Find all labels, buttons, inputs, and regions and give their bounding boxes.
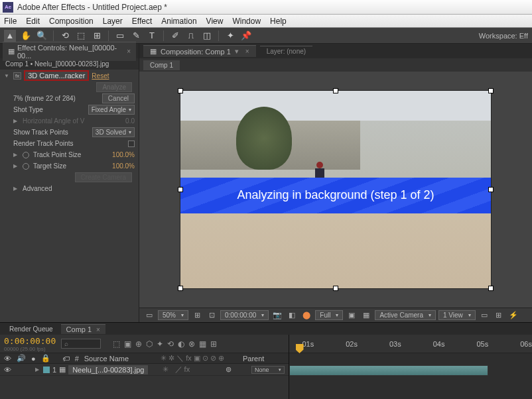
disclosure-icon[interactable]: ▶ [13,186,17,192]
puppet-tool-icon[interactable]: 📌 [240,30,252,42]
timeline-search-input[interactable] [61,339,101,349]
tl-icon[interactable]: ◐ [178,339,184,349]
footage-frame[interactable]: Analyzing in background (step 1 of 2) [180,90,492,289]
composition-viewer[interactable]: Analyzing in background (step 1 of 2) [139,72,532,308]
tl-icon[interactable]: ⬚ [113,339,120,349]
menu-help[interactable]: Help [270,17,287,26]
effect-name[interactable]: 3D Came...racker [24,70,89,81]
tl-icon[interactable]: ⊕ [135,339,142,349]
transform-handle[interactable] [488,187,494,192]
stopwatch-icon[interactable] [23,163,29,170]
tl-icon[interactable]: ✦ [157,339,163,349]
audio-column-icon[interactable]: 🔊 [17,354,26,363]
color-icon[interactable]: ⬤ [300,310,312,321]
zoom-tool-icon[interactable]: 🔍 [36,30,48,42]
selection-tool-icon[interactable]: ▲ [4,30,16,42]
render-track-points-checkbox[interactable] [128,141,135,147]
menu-composition[interactable]: Composition [49,17,94,26]
eraser-tool-icon[interactable]: ◫ [201,30,213,42]
close-tab-icon[interactable]: × [96,326,100,333]
transform-handle[interactable] [178,187,183,192]
channel-icon[interactable]: ◧ [286,310,298,321]
reset-link[interactable]: Reset [92,72,109,80]
parent-pickwhip-icon[interactable]: ⊚ [226,365,232,374]
transform-handle[interactable] [333,286,338,291]
menu-window[interactable]: Window [232,17,261,26]
layer-row[interactable]: 👁 ▶ 1 ▦ Neelu_[...0-00283].jpg ✳ ／ fx ⊚ … [0,364,289,376]
tl-icon[interactable]: ⊗ [188,339,195,349]
shot-type-dropdown[interactable]: Fixed Angle [88,105,135,115]
source-name-column[interactable]: Source Name [84,355,129,363]
time-ruler[interactable]: 01s 02s 03s 04s 05s 06s [289,335,533,353]
snapshot-icon[interactable]: 📷 [271,310,283,321]
rotate-tool-icon[interactable]: ⟲ [59,30,71,42]
disclosure-icon[interactable]: ▼ [4,73,9,79]
magnify-icon[interactable]: ▭ [143,310,155,321]
menu-file[interactable]: File [4,17,17,26]
comp-subtab[interactable]: Comp 1 [143,60,180,70]
tl-icon[interactable]: ⟲ [167,339,174,349]
layer-tab[interactable]: Layer: (none) [260,46,312,56]
cancel-button[interactable]: Cancel [102,93,135,103]
disclosure-icon[interactable]: ▶ [13,118,17,124]
transform-handle[interactable] [488,88,494,93]
menu-edit[interactable]: Edit [26,17,40,26]
close-tab-icon[interactable]: × [245,48,249,55]
composition-tab[interactable]: ▦ Composition: Comp 1 ▾ × [143,45,256,57]
menu-animation[interactable]: Animation [161,17,196,26]
transform-handle[interactable] [488,286,494,291]
pen-tool-icon[interactable]: ✎ [130,30,142,42]
tl-icon[interactable]: ⊞ [210,339,217,349]
resolution-dropdown[interactable]: Full [315,310,343,320]
parent-dropdown[interactable]: None [251,366,285,374]
menu-effect[interactable]: Effect [132,17,152,26]
effect-controls-tab[interactable]: ▦ Effect Controls: Neelu_[00000-00... × [3,42,136,61]
clone-tool-icon[interactable]: ⎍ [185,30,197,42]
transform-handle[interactable] [333,88,338,93]
transform-handle[interactable] [178,286,183,291]
pan-behind-tool-icon[interactable]: ⊞ [91,30,103,42]
type-tool-icon[interactable]: T [146,30,158,42]
grid-icon-2[interactable]: ⊡ [206,310,218,321]
fx-badge-icon[interactable]: fx [13,72,21,80]
fast-preview-icon[interactable]: ⚡ [507,310,519,321]
camera-tool-icon[interactable]: ⬚ [75,30,87,42]
grid-icon-1[interactable]: ⊞ [191,310,203,321]
advanced-label[interactable]: Advanced [23,185,135,192]
tl-icon[interactable]: ▦ [199,339,206,349]
layer-name[interactable]: Neelu_[...0-00283].jpg [68,365,148,374]
brush-tool-icon[interactable]: ✐ [169,30,181,42]
tl-icon[interactable]: ⬡ [146,339,153,349]
transparency-icon[interactable]: ▦ [360,310,372,321]
disclosure-icon[interactable]: ▶ [13,152,17,158]
close-tab-icon[interactable]: × [127,48,131,55]
track-area[interactable] [289,353,533,399]
solo-column-icon[interactable]: ● [31,355,36,363]
menu-layer[interactable]: Layer [103,17,123,26]
layer-clip[interactable] [289,365,488,376]
playhead[interactable] [296,344,304,353]
disclosure-icon[interactable]: ▶ [35,367,39,372]
transform-handle[interactable] [178,88,183,93]
hand-tool-icon[interactable]: ✋ [20,30,32,42]
render-queue-tab[interactable]: Render Queue [4,325,58,333]
disclosure-icon[interactable]: ▶ [13,163,17,169]
eye-column-icon[interactable]: 👁 [4,355,11,363]
time-display[interactable]: 0:00:00:00 [220,310,269,320]
view-opt-icon[interactable]: ▭ [478,310,490,321]
effect-header[interactable]: ▼ fx 3D Came...racker Reset [0,70,139,82]
roto-tool-icon[interactable]: ✦ [224,30,236,42]
roi-icon[interactable]: ▣ [346,310,358,321]
zoom-dropdown[interactable]: 50% [158,310,188,320]
pixel-aspect-icon[interactable]: ⊞ [493,310,505,321]
stopwatch-icon[interactable] [23,152,29,158]
eye-icon[interactable]: 👁 [4,366,11,374]
layer-color-icon[interactable] [43,367,50,373]
camera-dropdown[interactable]: Active Camera [375,310,436,320]
menu-view[interactable]: View [206,17,224,26]
track-point-size-value[interactable]: 100.0% [112,151,135,158]
tl-icon[interactable]: ▣ [124,339,131,349]
target-size-value[interactable]: 100.0% [112,162,135,170]
show-track-points-dropdown[interactable]: 3D Solved [92,127,135,137]
timeline-comp-tab[interactable]: Comp 1 × [61,324,105,334]
